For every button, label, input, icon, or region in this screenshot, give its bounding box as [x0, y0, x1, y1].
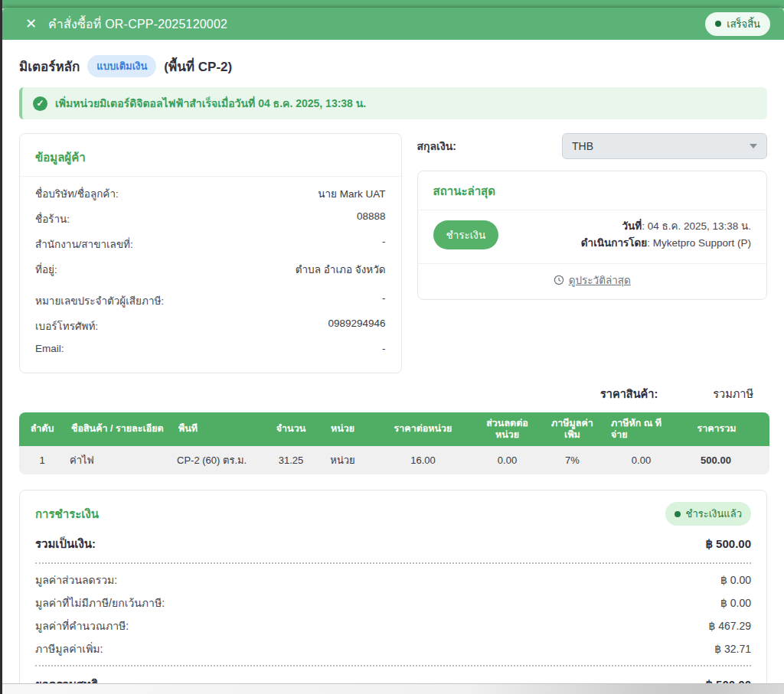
seller-row-company: ชื่อบริษัท/ชื่อลูกค้า:นาย Mark UAT — [35, 185, 386, 202]
close-icon[interactable]: ✕ — [25, 15, 37, 32]
paid-dot-icon — [675, 511, 681, 517]
payment-taxable-row: มูลค่าที่คำนวณภาษี:฿ 467.29 — [35, 617, 751, 634]
latest-status-card: สถานะล่าสุด ชำระเงิน วันที่: 04 ธ.ค. 202… — [417, 171, 768, 300]
seller-row-taxid: หมายเลขประจำตัวผู้เสียภาษี:- — [35, 292, 386, 309]
currency-label: สกุลเงิน: — [417, 138, 456, 155]
prepaid-type-badge: แบบเติมเงิน — [87, 55, 156, 77]
chevron-down-icon — [750, 144, 757, 148]
price-mode-value: รวมภาษี — [713, 385, 753, 402]
order-modal: ✕ คำสั่งซื้อที่ OR-CPP-2025120002 เสร็จส… — [2, 8, 784, 683]
seller-row-address: ที่อยู่:ตำบล อำเภอ จังหวัด — [35, 261, 386, 278]
paid-badge: ชำระเงินแล้ว — [665, 502, 751, 526]
price-mode-row: ราคาสินค้า: รวมภาษี — [19, 385, 767, 402]
history-link-row: ดูประวัติล่าสุด — [433, 272, 752, 288]
status-dot-icon — [715, 21, 721, 27]
payment-vat-row: ภาษีมูลค่าเพิ่ม:฿ 32.71 — [35, 640, 751, 657]
window-left-edge — [0, 0, 2, 694]
items-table-header-row: ลำดับ ชื่อสินค้า / รายละเอียด พื้นที่ จำ… — [19, 412, 769, 446]
seller-row-email: Email:- — [35, 343, 386, 354]
items-table: ลำดับ ชื่อสินค้า / รายละเอียด พื้นที่ จำ… — [19, 412, 769, 474]
seller-row-shop: ชื่อร้าน:08888 — [35, 210, 386, 227]
horizontal-scrollbar[interactable] — [2, 683, 784, 694]
page-title-row: มิเตอร์หลัก แบบเติมเงิน (พื้นที่ CP-2) — [19, 55, 767, 77]
status-card-title: สถานะล่าสุด — [433, 182, 752, 200]
price-mode-label: ราคาสินค้า: — [600, 385, 658, 402]
payment-total-row: รวมเป็นเงิน:฿ 500.00 — [35, 535, 751, 553]
seller-row-branch: สำนักงาน/สาขาเลขที่:- — [35, 236, 386, 253]
modal-title: คำสั่งซื้อที่ OR-CPP-2025120002 — [48, 15, 227, 34]
seller-info-card: ข้อมูลผู้ค้า ชื่อบริษัท/ชื่อลูกค้า:นาย M… — [19, 133, 402, 373]
currency-row: สกุลเงิน: THB — [417, 133, 768, 159]
payment-net-row: ยอดรวมสุทธิ฿ 500.00 — [35, 676, 751, 683]
check-circle-icon: ✓ — [33, 96, 47, 111]
payment-card-title: การชำระเงิน — [35, 505, 99, 523]
payment-notax-row: มูลค่าที่ไม่มีภาษี/ยกเว้นภาษี:฿ 0.00 — [35, 595, 751, 611]
currency-select[interactable]: THB — [562, 133, 767, 159]
status-meta: วันที่: 04 ธ.ค. 2025, 13:38 น. ดำเนินการ… — [581, 218, 751, 253]
page-title: มิเตอร์หลัก — [19, 56, 80, 77]
order-status-badge: เสร็จสิ้น — [705, 12, 770, 36]
seller-card-title: ข้อมูลผู้ค้า — [35, 148, 386, 167]
page-title-suffix: (พื้นที่ CP-2) — [164, 56, 232, 77]
payment-card: การชำระเงิน ชำระเงินแล้ว รวมเป็นเงิน:฿ 5… — [19, 490, 767, 683]
payment-discount-row: มูลค่าส่วนลดรวม:฿ 0.00 — [35, 572, 751, 588]
clock-icon — [554, 275, 564, 285]
payment-status-button[interactable]: ชำระเงิน — [433, 220, 499, 249]
success-alert: ✓ เพิ่มหน่วยมิเตอร์ดิจิตอลไฟฟ้าสำเร็จเมื… — [19, 87, 767, 119]
history-link[interactable]: ดูประวัติล่าสุด — [569, 272, 631, 288]
success-alert-text: เพิ่มหน่วยมิเตอร์ดิจิตอลไฟฟ้าสำเร็จเมื่อ… — [55, 95, 366, 112]
modal-header: ✕ คำสั่งซื้อที่ OR-CPP-2025120002 เสร็จส… — [2, 8, 784, 40]
items-table-row: 1 ค่าไฟ CP-2 (60) ตร.ม. 31.25 หน่วย 16.0… — [19, 446, 769, 474]
seller-row-phone: เบอร์โทรศัพท์:0989294946 — [35, 318, 386, 334]
